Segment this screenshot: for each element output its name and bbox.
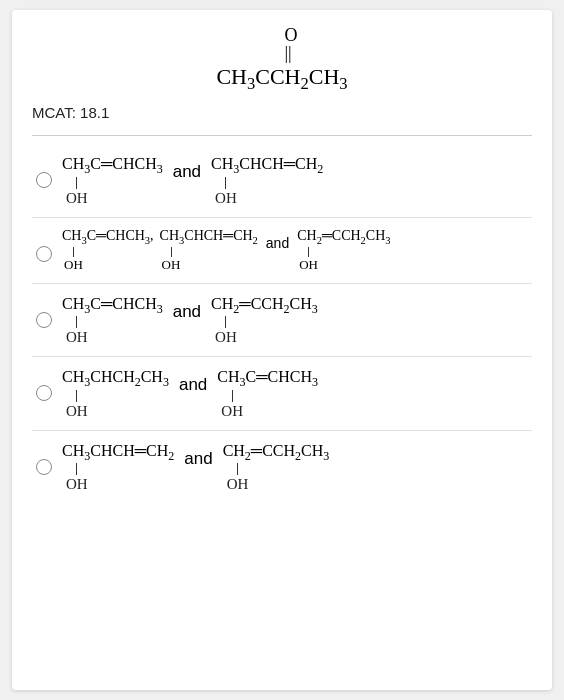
- oh-group-b3: OH: [299, 247, 318, 273]
- oh-group-d2: OH: [221, 390, 243, 420]
- option-e-row[interactable]: CH3CHCH═CH2 OH and CH2═CCH2CH3 OH: [32, 431, 532, 504]
- oh-label-e2: OH: [227, 475, 249, 493]
- chem-e1: CH3CHCH═CH2 OH: [62, 441, 174, 494]
- vert-line-b2: [171, 247, 172, 257]
- chem-b1: CH3C═CHCH3, OH: [62, 228, 154, 273]
- oh-label-e1: OH: [66, 475, 88, 493]
- vert-line-e1: [76, 463, 77, 475]
- oh-label-c1: OH: [66, 328, 88, 346]
- vert-line-a1: [76, 177, 77, 189]
- chem-c2: CH2═CCH2CH3 OH: [211, 294, 318, 347]
- vert-line-c2: [225, 316, 226, 328]
- and-c: and: [173, 302, 201, 338]
- option-a-row[interactable]: CH3C═CHCH3 OH and CH3CHCH═CH2 OH: [32, 144, 532, 218]
- chem-a1: CH3C═CHCH3 OH: [62, 154, 163, 207]
- vert-line-e2: [237, 463, 238, 475]
- radio-e[interactable]: [36, 459, 52, 475]
- option-d-row[interactable]: CH3CHCH2CH3 OH and CH3C═CHCH3 OH: [32, 357, 532, 431]
- chem-c1: CH3C═CHCH3 OH: [62, 294, 163, 347]
- oh-group-b2: OH: [162, 247, 181, 273]
- radio-a[interactable]: [36, 172, 52, 188]
- and-a: and: [173, 162, 201, 198]
- option-b-content: CH3C═CHCH3, OH CH3CHCH═CH2 OH: [62, 228, 391, 273]
- vert-line-c1: [76, 316, 77, 328]
- and-b: and: [266, 235, 289, 265]
- chem-b3: CH2═CCH2CH3 OH: [297, 228, 390, 273]
- oh-label-c2: OH: [215, 328, 237, 346]
- radio-c[interactable]: [36, 312, 52, 328]
- oh-label-a2: OH: [215, 189, 237, 207]
- oh-label-a1: OH: [66, 189, 88, 207]
- option-c-content: CH3C═CHCH3 OH and CH2═CCH2CH3 OH: [62, 294, 318, 347]
- option-c-row[interactable]: CH3C═CHCH3 OH and CH2═CCH2CH3 OH: [32, 284, 532, 358]
- oh-label-d1: OH: [66, 402, 88, 420]
- option-b-row[interactable]: CH3C═CHCH3, OH CH3CHCH═CH2 OH: [32, 218, 532, 284]
- oh-group-c1: OH: [66, 316, 88, 346]
- chem-e2: CH2═CCH2CH3 OH: [223, 441, 330, 494]
- question-card: O || CH3CCH2CH3 MCAT: 18.1 CH3C═CHCH3 OH…: [12, 10, 552, 690]
- vert-line-d2: [232, 390, 233, 402]
- oh-group-d1: OH: [66, 390, 88, 420]
- vert-line-a2: [225, 177, 226, 189]
- radio-d[interactable]: [36, 385, 52, 401]
- vert-line-b3: [308, 247, 309, 257]
- option-a-content: CH3C═CHCH3 OH and CH3CHCH═CH2 OH: [62, 154, 323, 207]
- vert-line-b1: [73, 247, 74, 257]
- oh-label-b2: OH: [162, 257, 181, 273]
- oh-group-e2: OH: [227, 463, 249, 493]
- and-e: and: [184, 449, 212, 485]
- oh-group-e1: OH: [66, 463, 88, 493]
- chem-b2: CH3CHCH═CH2 OH: [160, 228, 258, 273]
- question-compound: O || CH3CCH2CH3: [32, 26, 532, 94]
- oh-label-b3: OH: [299, 257, 318, 273]
- vert-line-d1: [76, 390, 77, 402]
- chem-a2: CH3CHCH═CH2 OH: [211, 154, 323, 207]
- option-e-content: CH3CHCH═CH2 OH and CH2═CCH2CH3 OH: [62, 441, 329, 494]
- mcat-label: MCAT: 18.1: [32, 104, 532, 121]
- option-d-content: CH3CHCH2CH3 OH and CH3C═CHCH3 OH: [62, 367, 318, 420]
- radio-b[interactable]: [36, 246, 52, 262]
- oh-group-a2: OH: [215, 177, 237, 207]
- oh-label-b1: OH: [64, 257, 83, 273]
- divider-top: [32, 135, 532, 136]
- oh-label-d2: OH: [221, 402, 243, 420]
- chem-d2: CH3C═CHCH3 OH: [217, 367, 318, 420]
- compound-formula: CH3CCH2CH3: [216, 64, 347, 94]
- chem-d1: CH3CHCH2CH3 OH: [62, 367, 169, 420]
- oh-group-b1: OH: [64, 247, 83, 273]
- oh-group-a1: OH: [66, 177, 88, 207]
- and-d: and: [179, 375, 207, 411]
- oh-group-c2: OH: [215, 316, 237, 346]
